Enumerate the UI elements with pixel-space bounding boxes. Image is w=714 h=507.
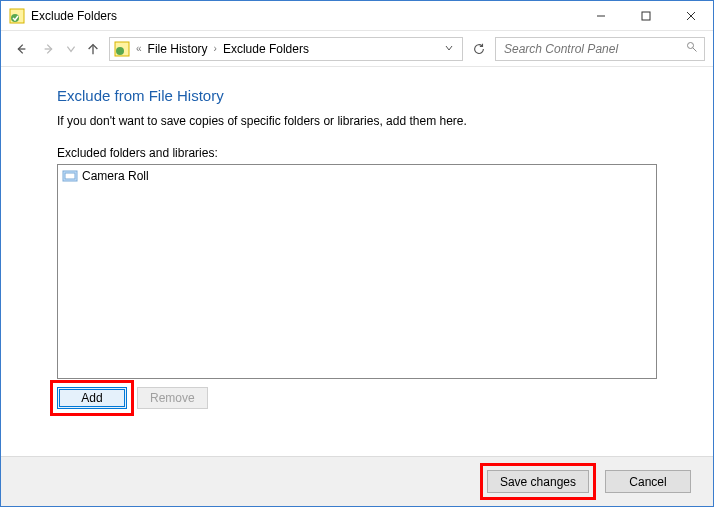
breadcrumb-dropdown-icon[interactable] — [444, 42, 458, 56]
breadcrumb-item[interactable]: Exclude Folders — [223, 42, 309, 56]
titlebar: Exclude Folders — [1, 1, 713, 31]
back-button[interactable] — [9, 37, 33, 61]
search-input[interactable] — [502, 41, 698, 57]
recent-dropdown-icon[interactable] — [65, 37, 77, 61]
breadcrumb-prefix: « — [134, 43, 144, 54]
control-panel-icon — [9, 8, 25, 24]
remove-button: Remove — [137, 387, 208, 409]
page-description: If you don't want to save copies of spec… — [57, 114, 657, 128]
folder-icon — [62, 168, 78, 184]
navigation-bar: « File History › Exclude Folders — [1, 31, 713, 67]
maximize-button[interactable] — [623, 1, 668, 30]
close-button[interactable] — [668, 1, 713, 30]
svg-rect-14 — [65, 173, 75, 179]
highlight-add: Add — [50, 380, 134, 416]
svg-point-10 — [116, 47, 124, 55]
excluded-folders-listbox[interactable]: Camera Roll — [57, 164, 657, 379]
content-area: Exclude from File History If you don't w… — [1, 67, 713, 419]
list-item-label: Camera Roll — [82, 169, 149, 183]
svg-line-12 — [693, 48, 697, 52]
breadcrumb[interactable]: « File History › Exclude Folders — [109, 37, 463, 61]
window-title: Exclude Folders — [31, 9, 117, 23]
page-heading: Exclude from File History — [57, 87, 657, 104]
svg-rect-3 — [642, 12, 650, 20]
list-item[interactable]: Camera Roll — [60, 167, 654, 185]
file-history-icon — [114, 41, 130, 57]
chevron-right-icon: › — [212, 43, 219, 54]
minimize-button[interactable] — [578, 1, 623, 30]
breadcrumb-item[interactable]: File History — [148, 42, 208, 56]
add-button[interactable]: Add — [57, 387, 127, 409]
search-box[interactable] — [495, 37, 705, 61]
svg-point-11 — [688, 43, 694, 49]
highlight-save: Save changes — [480, 463, 596, 500]
list-label: Excluded folders and libraries: — [57, 146, 657, 160]
forward-button[interactable] — [37, 37, 61, 61]
save-changes-button[interactable]: Save changes — [487, 470, 589, 493]
search-icon — [686, 41, 698, 56]
refresh-button[interactable] — [467, 37, 491, 61]
footer: Save changes Cancel — [1, 456, 713, 506]
cancel-button[interactable]: Cancel — [605, 470, 691, 493]
up-button[interactable] — [81, 37, 105, 61]
